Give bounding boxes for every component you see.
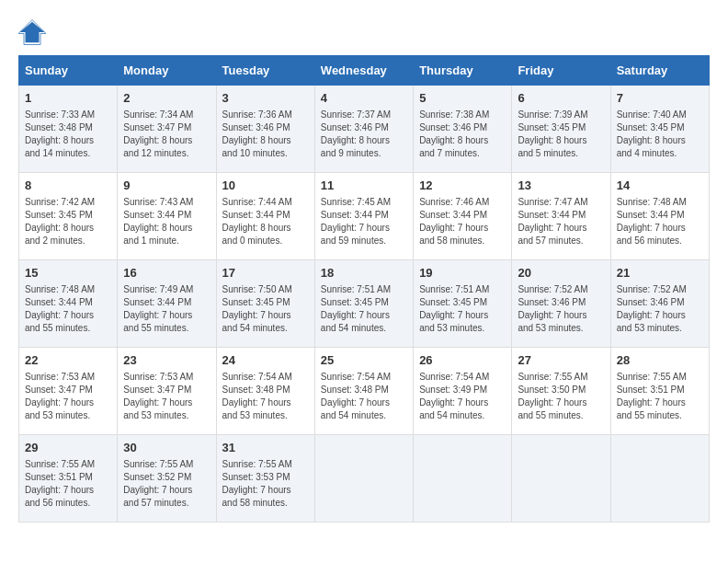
logo-icon [18,18,46,46]
day-info: Sunrise: 7:48 AM Sunset: 3:44 PM Dayligh… [25,283,111,335]
calendar-cell: 10Sunrise: 7:44 AM Sunset: 3:44 PM Dayli… [216,173,314,260]
day-number: 6 [518,90,604,107]
day-number: 31 [222,440,309,456]
day-info: Sunrise: 7:49 AM Sunset: 3:44 PM Dayligh… [123,283,210,335]
day-info: Sunrise: 7:45 AM Sunset: 3:44 PM Dayligh… [321,196,407,247]
calendar-week-row: 15Sunrise: 7:48 AM Sunset: 3:44 PM Dayli… [19,260,710,348]
day-info: Sunrise: 7:54 AM Sunset: 3:48 PM Dayligh… [222,371,309,422]
day-number: 13 [518,178,604,194]
calendar-cell [512,435,610,523]
calendar-cell: 21Sunrise: 7:52 AM Sunset: 3:46 PM Dayli… [610,260,709,348]
calendar-cell: 18Sunrise: 7:51 AM Sunset: 3:45 PM Dayli… [314,260,413,348]
calendar-table: SundayMondayTuesdayWednesdayThursdayFrid… [18,55,710,523]
calendar-cell: 23Sunrise: 7:53 AM Sunset: 3:47 PM Dayli… [118,348,216,435]
calendar-cell: 29Sunrise: 7:55 AM Sunset: 3:51 PM Dayli… [19,435,118,523]
day-number: 24 [222,352,309,369]
calendar-cell: 24Sunrise: 7:54 AM Sunset: 3:48 PM Dayli… [216,348,314,435]
calendar-cell [414,435,512,523]
day-number: 20 [518,265,604,282]
day-number: 3 [222,90,309,107]
day-info: Sunrise: 7:40 AM Sunset: 3:45 PM Dayligh… [617,109,703,160]
calendar-cell: 14Sunrise: 7:48 AM Sunset: 3:44 PM Dayli… [610,173,709,260]
day-info: Sunrise: 7:34 AM Sunset: 3:47 PM Dayligh… [123,109,210,160]
day-number: 19 [419,265,506,282]
calendar-cell: 5Sunrise: 7:38 AM Sunset: 3:46 PM Daylig… [414,86,512,173]
calendar-cell: 30Sunrise: 7:55 AM Sunset: 3:52 PM Dayli… [118,435,216,523]
calendar-cell: 7Sunrise: 7:40 AM Sunset: 3:45 PM Daylig… [610,86,709,173]
calendar-week-row: 29Sunrise: 7:55 AM Sunset: 3:51 PM Dayli… [19,435,710,523]
day-number: 17 [222,265,309,282]
weekday-header-thursday: Thursday [414,56,512,86]
calendar-cell: 4Sunrise: 7:37 AM Sunset: 3:46 PM Daylig… [314,86,413,173]
calendar-cell: 22Sunrise: 7:53 AM Sunset: 3:47 PM Dayli… [19,348,118,435]
day-info: Sunrise: 7:42 AM Sunset: 3:45 PM Dayligh… [25,196,111,247]
calendar-cell: 26Sunrise: 7:54 AM Sunset: 3:49 PM Dayli… [414,348,512,435]
calendar-cell: 9Sunrise: 7:43 AM Sunset: 3:44 PM Daylig… [118,173,216,260]
day-info: Sunrise: 7:55 AM Sunset: 3:51 PM Dayligh… [617,371,703,422]
day-info: Sunrise: 7:51 AM Sunset: 3:45 PM Dayligh… [321,283,407,335]
day-number: 23 [123,352,210,369]
day-info: Sunrise: 7:54 AM Sunset: 3:49 PM Dayligh… [419,371,506,422]
day-info: Sunrise: 7:39 AM Sunset: 3:45 PM Dayligh… [518,109,604,160]
day-info: Sunrise: 7:52 AM Sunset: 3:46 PM Dayligh… [617,283,703,335]
calendar-cell: 3Sunrise: 7:36 AM Sunset: 3:46 PM Daylig… [216,86,314,173]
weekday-header-row: SundayMondayTuesdayWednesdayThursdayFrid… [19,56,710,86]
day-info: Sunrise: 7:55 AM Sunset: 3:52 PM Dayligh… [123,458,210,510]
day-number: 11 [321,178,407,194]
day-number: 9 [123,178,210,194]
calendar-cell: 6Sunrise: 7:39 AM Sunset: 3:45 PM Daylig… [512,86,610,173]
weekday-header-monday: Monday [118,56,216,86]
day-number: 7 [617,90,703,107]
calendar-cell: 20Sunrise: 7:52 AM Sunset: 3:46 PM Dayli… [512,260,610,348]
calendar-cell: 13Sunrise: 7:47 AM Sunset: 3:44 PM Dayli… [512,173,610,260]
day-info: Sunrise: 7:48 AM Sunset: 3:44 PM Dayligh… [617,196,703,247]
day-number: 25 [321,352,407,369]
day-number: 16 [123,265,210,282]
day-number: 14 [617,178,703,194]
day-number: 1 [25,90,111,107]
day-info: Sunrise: 7:50 AM Sunset: 3:45 PM Dayligh… [222,283,309,335]
day-info: Sunrise: 7:33 AM Sunset: 3:48 PM Dayligh… [25,109,111,160]
calendar-cell: 15Sunrise: 7:48 AM Sunset: 3:44 PM Dayli… [19,260,118,348]
calendar-cell: 19Sunrise: 7:51 AM Sunset: 3:45 PM Dayli… [414,260,512,348]
calendar-cell: 27Sunrise: 7:55 AM Sunset: 3:50 PM Dayli… [512,348,610,435]
day-info: Sunrise: 7:37 AM Sunset: 3:46 PM Dayligh… [321,109,407,160]
day-info: Sunrise: 7:55 AM Sunset: 3:51 PM Dayligh… [25,458,111,510]
calendar-cell [610,435,709,523]
calendar-cell: 16Sunrise: 7:49 AM Sunset: 3:44 PM Dayli… [118,260,216,348]
day-info: Sunrise: 7:55 AM Sunset: 3:50 PM Dayligh… [518,371,604,422]
weekday-header-tuesday: Tuesday [216,56,314,86]
day-info: Sunrise: 7:51 AM Sunset: 3:45 PM Dayligh… [419,283,506,335]
day-number: 30 [123,440,210,456]
day-number: 8 [25,178,111,194]
calendar-cell: 11Sunrise: 7:45 AM Sunset: 3:44 PM Dayli… [314,173,413,260]
day-info: Sunrise: 7:43 AM Sunset: 3:44 PM Dayligh… [123,196,210,247]
day-info: Sunrise: 7:53 AM Sunset: 3:47 PM Dayligh… [25,371,111,422]
calendar-cell: 28Sunrise: 7:55 AM Sunset: 3:51 PM Dayli… [610,348,709,435]
weekday-header-sunday: Sunday [19,56,118,86]
day-number: 26 [419,352,506,369]
svg-marker-0 [20,22,45,43]
weekday-header-friday: Friday [512,56,610,86]
day-number: 18 [321,265,407,282]
day-info: Sunrise: 7:44 AM Sunset: 3:44 PM Dayligh… [222,196,309,247]
calendar-week-row: 1Sunrise: 7:33 AM Sunset: 3:48 PM Daylig… [19,86,710,173]
day-info: Sunrise: 7:46 AM Sunset: 3:44 PM Dayligh… [419,196,506,247]
calendar-week-row: 22Sunrise: 7:53 AM Sunset: 3:47 PM Dayli… [19,348,710,435]
day-number: 10 [222,178,309,194]
day-number: 28 [617,352,703,369]
day-number: 21 [617,265,703,282]
day-info: Sunrise: 7:52 AM Sunset: 3:46 PM Dayligh… [518,283,604,335]
calendar-cell: 25Sunrise: 7:54 AM Sunset: 3:48 PM Dayli… [314,348,413,435]
day-number: 4 [321,90,407,107]
logo [18,18,50,46]
weekday-header-saturday: Saturday [610,56,709,86]
calendar-cell [314,435,413,523]
day-number: 15 [25,265,111,282]
calendar-cell: 2Sunrise: 7:34 AM Sunset: 3:47 PM Daylig… [118,86,216,173]
calendar-cell: 8Sunrise: 7:42 AM Sunset: 3:45 PM Daylig… [19,173,118,260]
day-number: 22 [25,352,111,369]
day-number: 27 [518,352,604,369]
day-info: Sunrise: 7:38 AM Sunset: 3:46 PM Dayligh… [419,109,506,160]
day-info: Sunrise: 7:47 AM Sunset: 3:44 PM Dayligh… [518,196,604,247]
